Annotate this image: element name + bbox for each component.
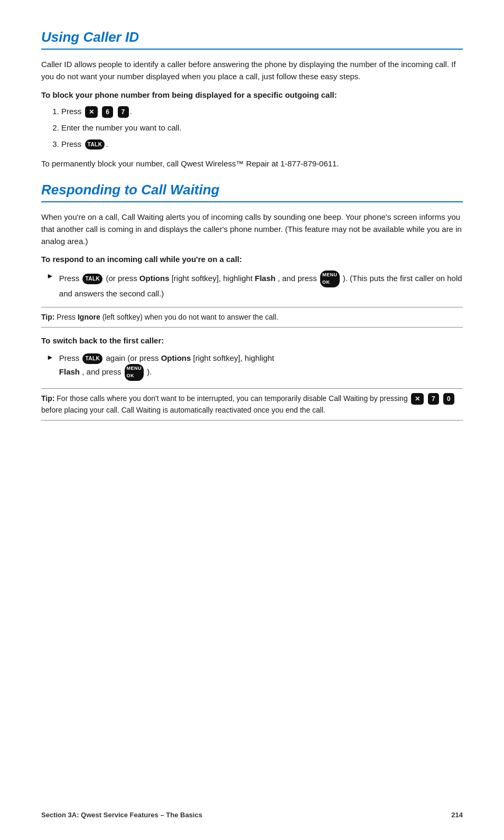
permanent-block-text: To permanently block your number, call Q…	[41, 157, 463, 170]
key-menu-ok-2: MENUOK	[125, 364, 144, 381]
arrow-text-1: Press TALK (or press Options [right soft…	[59, 270, 463, 300]
arrow1-mid3: , and press	[278, 274, 319, 283]
flash-bold-1: Flash	[255, 274, 275, 283]
key-talk-step3: TALK	[85, 139, 105, 150]
intro-caller-id: Caller ID allows people to identify a ca…	[41, 58, 463, 83]
tip1-text1: Press	[57, 313, 78, 321]
arrow-item-1: ► Press TALK (or press Options [right so…	[46, 270, 463, 300]
arrow1-pre: Press	[59, 274, 82, 283]
steps-list: Press ✕ 6 7. Enter the number you want t…	[61, 106, 463, 150]
tip2-text1: For those calls where you don't want to …	[57, 394, 409, 403]
step-3: Press TALK.	[61, 138, 463, 151]
intro-call-waiting: When you're on a call, Call Waiting aler…	[41, 211, 463, 248]
arrow2-end: ).	[147, 367, 152, 376]
tip1-text2: (left softkey) when you do not want to a…	[102, 313, 278, 321]
key-star: ✕	[85, 106, 98, 118]
key-6: 6	[102, 106, 113, 118]
arrow2-pre: Press	[59, 353, 82, 362]
arrow2-mid: again (or press	[106, 353, 161, 362]
key-star-tip2: ✕	[411, 393, 424, 405]
footer-page-number: 214	[451, 811, 463, 819]
section-title-call-waiting: Responding to Call Waiting	[41, 182, 463, 202]
key-talk-arrow2: TALK	[82, 353, 102, 364]
tip2-label: Tip:	[41, 394, 54, 403]
arrow-item-2: ► Press TALK again (or press Options [ri…	[46, 352, 463, 381]
arrow-icon-1: ►	[46, 272, 54, 280]
key-talk-arrow1: TALK	[82, 274, 102, 284]
page-footer: Section 3A: Qwest Service Features – The…	[0, 811, 504, 819]
options-bold-2: Options	[161, 353, 191, 362]
arrow-text-2: Press TALK again (or press Options [righ…	[59, 352, 274, 381]
arrow2-mid2: [right softkey], highlight	[193, 353, 274, 362]
arrow-icon-2: ►	[46, 353, 54, 361]
options-bold-1: Options	[139, 274, 170, 283]
key-7-step1: 7	[118, 106, 129, 118]
step-1: Press ✕ 6 7.	[61, 106, 463, 118]
flash-bold-2: Flash	[59, 367, 80, 376]
section-title-caller-id: Using Caller ID	[41, 29, 463, 50]
instruction-respond-call: To respond to an incoming call while you…	[41, 254, 463, 265]
footer-section-label: Section 3A: Qwest Service Features – The…	[41, 811, 202, 819]
arrow1-mid2: [right softkey], highlight	[172, 274, 255, 283]
key-0-tip2: 0	[443, 393, 454, 405]
key-7-tip2: 7	[428, 393, 439, 405]
tip-box-2: Tip: For those calls where you don't wan…	[41, 388, 463, 421]
tip-box-1: Tip: Press Ignore (left softkey) when yo…	[41, 307, 463, 328]
tip1-label: Tip:	[41, 313, 54, 321]
tip2-text2: before placing your call. Call Waiting i…	[41, 406, 325, 414]
arrow1-mid: (or press	[106, 274, 139, 283]
ignore-bold: Ignore	[78, 313, 100, 321]
instruction-switch-caller: To switch back to the first caller:	[41, 335, 463, 347]
instruction-block-number: To block your phone number from being di…	[41, 89, 463, 101]
arrow2-mid3: , and press	[82, 367, 123, 376]
step-2: Enter the number you want to call.	[61, 122, 463, 134]
key-menu-ok-1: MENUOK	[320, 270, 340, 287]
